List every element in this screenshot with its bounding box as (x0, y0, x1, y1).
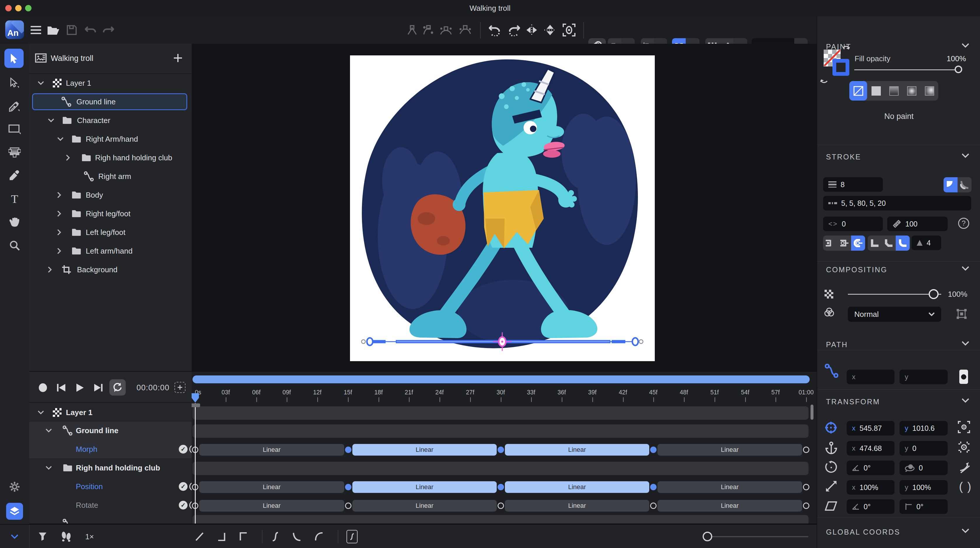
keyframe-ring[interactable] (803, 484, 810, 490)
path-y-field[interactable]: y (899, 370, 948, 384)
tween-segment[interactable]: Linear (657, 500, 802, 511)
cap-butt-button[interactable] (823, 235, 837, 251)
skew-y-field[interactable]: 0° (899, 499, 948, 514)
chevron-down-icon[interactable] (46, 466, 52, 470)
link-scale-button[interactable]: ( ) (959, 480, 972, 493)
layer-tree-item[interactable]: Left arm/hand (29, 243, 192, 259)
path-point-button[interactable] (959, 370, 968, 384)
position-x-field[interactable]: x545.87 (847, 421, 894, 435)
swap-fill-stroke-icon[interactable] (819, 75, 828, 83)
join-round-button[interactable] (896, 235, 910, 251)
cap-square-button[interactable] (837, 235, 851, 251)
easing-custom-button[interactable] (345, 525, 360, 548)
stroke-help-button[interactable]: ? (958, 218, 969, 229)
chevron-down-icon[interactable] (962, 43, 969, 48)
selection-tool-button[interactable] (5, 49, 24, 68)
layer-tree-item[interactable]: Righ hand holding club (29, 149, 192, 166)
tween-segment[interactable]: Linear (657, 444, 802, 456)
menu-button[interactable] (29, 16, 43, 44)
chevron-down-icon[interactable] (962, 341, 969, 346)
ground-line-path-widget[interactable] (362, 332, 643, 351)
stroke-scale-field[interactable]: 100 (887, 217, 948, 231)
tween-segment[interactable]: Linear (505, 481, 649, 493)
swap-fill-stroke-icon[interactable] (842, 46, 851, 54)
chevron-down-icon[interactable] (38, 410, 44, 415)
rotate-ccw-button[interactable] (487, 16, 503, 44)
easing-smooth-button[interactable] (269, 525, 282, 548)
gradient-transform-tool-button[interactable] (0, 142, 29, 162)
chevron-down-icon[interactable] (962, 153, 969, 158)
redo-button[interactable] (100, 16, 117, 44)
stroke-section-header[interactable]: STROKE (826, 153, 861, 161)
miter-limit-field[interactable]: 4 (912, 235, 941, 250)
skew-x-field[interactable]: 0° (847, 499, 894, 514)
easing-hold-end-button[interactable] (215, 525, 228, 548)
mask-icon[interactable] (957, 309, 967, 319)
chevron-right-icon[interactable] (57, 229, 61, 235)
layers-panel-button[interactable] (6, 503, 23, 520)
stroke-swatch-color[interactable] (832, 59, 850, 76)
layer-tree-item[interactable]: Character (29, 112, 192, 129)
filter-tracks-button[interactable] (36, 525, 49, 548)
flip-horizontal-button[interactable] (523, 16, 540, 44)
keyframe-dot[interactable] (650, 484, 657, 490)
collapse-timeline-button[interactable] (9, 525, 21, 548)
center-position-button[interactable] (958, 421, 970, 433)
paint-none-button[interactable] (850, 81, 867, 100)
timeline-tracks[interactable]: 0s03f06f09f12f15f18f21f24f27f30f33f36f39… (192, 372, 817, 524)
corner-anchor-icon[interactable] (458, 16, 472, 44)
timeline-row[interactable]: Righ hand holding club (29, 459, 192, 476)
stroke-align-outside-button[interactable] (958, 177, 972, 192)
timeline-row[interactable]: Position✓ (29, 478, 192, 495)
keyframe-ring[interactable] (803, 446, 810, 453)
focus-object-button[interactable] (561, 16, 578, 44)
keyframe-ring[interactable] (345, 502, 352, 509)
keyframe-dot[interactable] (498, 446, 504, 453)
settings-gear-button[interactable] (0, 477, 29, 497)
property-enabled-toggle[interactable]: ✓ (179, 445, 188, 454)
chevron-down-icon[interactable] (57, 137, 64, 141)
position-y-field[interactable]: y1010.6 (899, 421, 948, 435)
cap-round-button[interactable] (851, 235, 865, 251)
add-layer-button[interactable] (173, 53, 183, 63)
layer-tree-item[interactable]: Right leg/foot (29, 205, 192, 222)
chevron-down-icon[interactable] (962, 398, 969, 403)
layer-tree-item[interactable]: Right Arm/hand (29, 130, 192, 148)
stroke-width-field[interactable]: 8 (823, 177, 883, 192)
paint-linear-gradient-button[interactable] (885, 81, 903, 100)
path-x-field[interactable]: x (847, 370, 894, 384)
chevron-down-icon[interactable] (46, 429, 52, 432)
easing-ease-in-button[interactable] (291, 525, 303, 548)
zoom-tool-button[interactable] (0, 235, 29, 256)
rotate-cw-button[interactable] (506, 16, 522, 44)
property-secondary-toggle[interactable] (189, 445, 192, 454)
playhead-handle[interactable] (192, 403, 200, 407)
paint-solid-button[interactable] (867, 81, 885, 100)
chevron-right-icon[interactable] (48, 267, 52, 273)
property-secondary-toggle[interactable] (189, 501, 192, 510)
timeline-row[interactable]: Morph✓ (29, 441, 192, 457)
keyframe-dot[interactable] (498, 484, 504, 490)
property-enabled-toggle[interactable]: ✓ (179, 482, 188, 491)
property-secondary-toggle[interactable] (189, 482, 192, 491)
subselection-tool-button[interactable] (0, 73, 29, 93)
tween-segment[interactable]: Linear (199, 481, 344, 493)
fill-opacity-slider-knob[interactable] (955, 65, 962, 73)
keyframe-dot[interactable] (650, 446, 657, 453)
easing-hold-start-button[interactable] (237, 525, 250, 548)
layer-tree-item[interactable]: Right arm (29, 168, 192, 185)
save-button[interactable] (64, 16, 80, 44)
artboard[interactable] (350, 56, 655, 361)
keyframe-dot[interactable] (345, 446, 352, 453)
paint-offset-radial-button[interactable] (921, 81, 938, 100)
layer-tree-item[interactable]: Ground line (29, 93, 192, 110)
rotation-turns-field[interactable]: 0 (899, 461, 948, 475)
tween-segment[interactable]: Linear (505, 500, 649, 511)
fill-opacity-slider[interactable] (854, 69, 959, 70)
tween-segment[interactable]: Linear (505, 444, 649, 456)
transform-section-header[interactable]: TRANSFORM (826, 397, 880, 406)
add-anchor-icon[interactable] (406, 16, 419, 44)
paint-radial-gradient-button[interactable] (903, 81, 921, 100)
smooth-anchor-icon[interactable] (439, 16, 453, 44)
tracks-scrollbar-thumb[interactable] (811, 405, 813, 420)
